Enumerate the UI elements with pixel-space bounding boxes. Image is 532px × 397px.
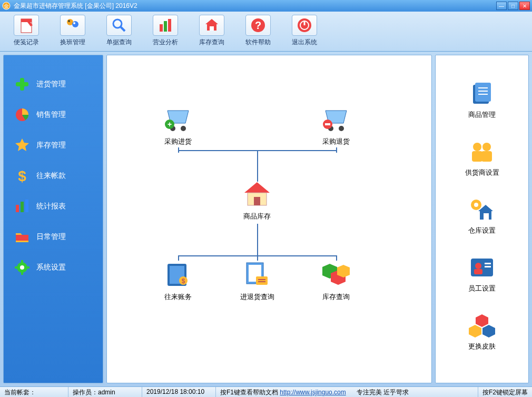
- right-item-supplier[interactable]: 供货商设置: [461, 140, 503, 177]
- toolbar-exit[interactable]: 退出系统: [282, 14, 327, 49]
- house-badge-icon: [203, 17, 220, 34]
- svg-point-8: [113, 19, 122, 28]
- svg-rect-13: [210, 26, 214, 31]
- sidebar: 进货管理 销售管理 库存管理 $ 往来帐款 统计报表 日常管理 系统设置: [3, 55, 103, 383]
- sidebar-item-settings[interactable]: 系统设置: [14, 260, 103, 275]
- svg-text:金: 金: [4, 3, 9, 9]
- people-pair-icon: [469, 140, 495, 164]
- svg-rect-29: [21, 272, 23, 275]
- titlebar: 金 金果超市进销存管理系统 [金果公司] 2016V2 — □ ✕: [0, 0, 532, 12]
- svg-text:$: $: [182, 277, 185, 285]
- sidebar-item-stock[interactable]: 库存管理: [14, 137, 103, 153]
- gear-house-icon: [469, 197, 495, 222]
- node-purchase-return[interactable]: 采购退货: [312, 105, 360, 146]
- svg-rect-20: [16, 82, 28, 86]
- toolbar-shift[interactable]: 换班管理: [51, 14, 95, 49]
- status-operator: 操作员：admin: [68, 387, 142, 397]
- svg-text:$: $: [18, 168, 26, 184]
- svg-rect-60: [474, 269, 482, 274]
- toolbar: 便笺记录 换班管理 单据查询 营业分析 库存查询 ? 软件帮助 退出系统: [0, 12, 532, 52]
- svg-point-37: [339, 126, 344, 131]
- doc-exchange-icon: [241, 261, 273, 288]
- maximize-button[interactable]: □: [508, 2, 518, 10]
- svg-rect-10: [160, 24, 163, 32]
- toolbar-analysis[interactable]: 营业分析: [143, 14, 188, 49]
- sidebar-item-accounts[interactable]: $ 往来帐款: [14, 168, 103, 184]
- sidebar-item-sales[interactable]: 销售管理: [14, 107, 103, 123]
- svg-point-59: [475, 263, 481, 269]
- svg-rect-41: [254, 197, 260, 205]
- close-button[interactable]: ✕: [519, 2, 530, 10]
- svg-rect-11: [164, 21, 167, 32]
- svg-rect-61: [485, 263, 491, 264]
- svg-rect-23: [16, 205, 19, 212]
- statusbar: 当前帐套： 操作员：admin 2019/12/18 18:00:10 按F1键…: [0, 386, 532, 397]
- app-icon: 金: [2, 2, 11, 10]
- svg-rect-57: [484, 213, 489, 220]
- right-item-product[interactable]: 商品管理: [461, 82, 503, 120]
- node-stock[interactable]: 商品库存: [233, 180, 281, 221]
- bar-chart-icon: [157, 17, 174, 34]
- note-icon: [18, 17, 35, 34]
- svg-rect-50: [475, 83, 491, 102]
- house-icon: [241, 180, 273, 207]
- power-icon: [296, 17, 313, 34]
- right-item-staff[interactable]: 员工设置: [461, 255, 503, 293]
- boxes-icon: [320, 261, 352, 288]
- status-help: 按F1键查看帮助文档 http://www.jsjinguo.com 专注完美 …: [216, 387, 478, 397]
- dollar-icon: $: [14, 168, 30, 184]
- svg-rect-28: [21, 260, 23, 263]
- main-workflow: + 采购进货 采购退货 商品库存 $ 往来账务 进退货查询 库存查询: [106, 55, 432, 383]
- svg-rect-31: [26, 266, 29, 269]
- svg-rect-48: [256, 276, 268, 285]
- svg-rect-25: [25, 200, 28, 212]
- node-purchase-in[interactable]: + 采购进货: [154, 105, 202, 146]
- node-stock-query[interactable]: 库存查询: [312, 261, 360, 302]
- node-accounts[interactable]: $ 往来账务: [154, 261, 202, 302]
- search-icon: [111, 17, 127, 34]
- toolbar-help[interactable]: ? 软件帮助: [236, 14, 280, 49]
- svg-rect-39: [325, 123, 330, 125]
- svg-point-6: [68, 20, 70, 22]
- right-panel: 商品管理 供货商设置 仓库设置 员工设置 更换皮肤: [435, 55, 529, 383]
- node-inout-query[interactable]: 进退货查询: [233, 261, 281, 302]
- book-icon: $: [162, 261, 194, 288]
- status-account-set: 当前帐套：: [0, 387, 68, 397]
- window-title: 金果超市进销存管理系统 [金果公司] 2016V2: [14, 2, 495, 11]
- svg-rect-3: [21, 19, 32, 22]
- right-item-warehouse[interactable]: 仓库设置: [461, 197, 503, 235]
- sidebar-item-daily[interactable]: 日常管理: [14, 229, 103, 245]
- svg-rect-52: [472, 151, 482, 162]
- toolbar-stock[interactable]: 库存查询: [190, 14, 234, 49]
- toolbar-note[interactable]: 便笺记录: [4, 14, 48, 49]
- svg-point-27: [20, 265, 24, 270]
- body-area: 进货管理 销售管理 库存管理 $ 往来帐款 统计报表 日常管理 系统设置: [0, 52, 532, 386]
- svg-point-56: [474, 203, 478, 207]
- person-card-icon: [469, 255, 495, 280]
- status-datetime: 2019/12/18 18:00:10: [142, 387, 216, 397]
- documents-icon: [469, 82, 495, 106]
- sidebar-item-purchase[interactable]: 进货管理: [14, 76, 103, 92]
- people-icon: [64, 17, 81, 34]
- cart-minus-icon: [320, 105, 352, 133]
- folder-icon: [14, 229, 30, 245]
- svg-point-5: [72, 21, 78, 27]
- svg-text:+: +: [168, 120, 172, 128]
- pie-icon: [14, 107, 30, 123]
- bars-icon: [14, 198, 30, 214]
- svg-rect-12: [168, 19, 171, 32]
- minimize-button[interactable]: —: [496, 2, 507, 10]
- sidebar-item-reports[interactable]: 统计报表: [14, 198, 103, 214]
- status-lock: 按F2键锁定屏幕: [478, 387, 532, 397]
- toolbar-query[interactable]: 单据查询: [97, 14, 141, 49]
- svg-rect-30: [15, 266, 18, 269]
- svg-point-7: [73, 22, 75, 24]
- svg-point-33: [181, 126, 186, 131]
- plus-icon: [14, 76, 30, 92]
- svg-rect-54: [481, 151, 492, 162]
- cubes-icon: [469, 313, 495, 338]
- status-url-link[interactable]: http://www.jsjinguo.com: [280, 389, 346, 396]
- svg-rect-62: [485, 266, 491, 267]
- right-item-skin[interactable]: 更换皮肤: [461, 313, 503, 351]
- help-icon: ?: [250, 17, 267, 34]
